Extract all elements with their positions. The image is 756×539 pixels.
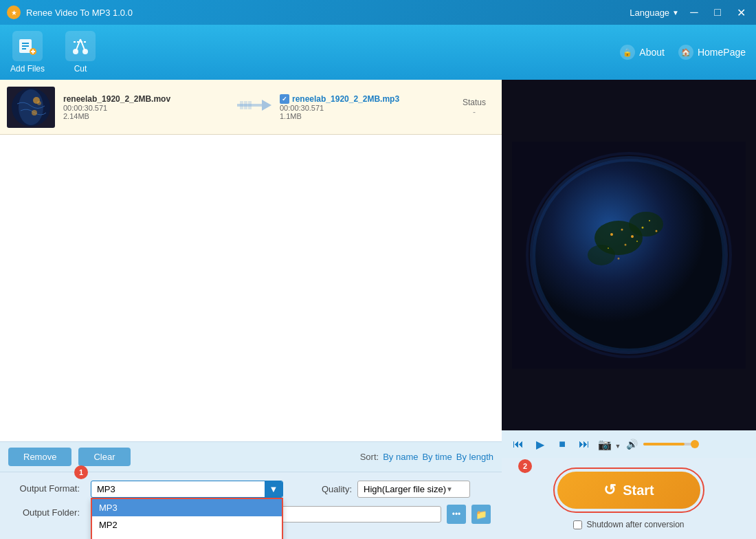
browse-button[interactable]: •••	[447, 505, 466, 524]
volume-slider[interactable]	[643, 443, 698, 446]
output-filesize: 1.1MB	[280, 112, 445, 120]
svg-point-32	[649, 220, 650, 221]
status-value: -	[454, 107, 495, 117]
about-button[interactable]: 🔒 About	[620, 45, 665, 60]
status-column: Status -	[454, 98, 495, 117]
cut-icon	[65, 31, 96, 61]
dots-icon: •••	[452, 509, 461, 519]
convert-arrow-icon	[237, 97, 271, 118]
sort-by-length-link[interactable]: By length	[456, 452, 493, 462]
skip-forward-button[interactable]: ⏭	[576, 436, 592, 452]
format-dropdown-list: MP3 MP2 M4A WMA AAC AC3 FLAC WAV	[91, 498, 283, 539]
homepage-button[interactable]: 🏠 HomePage	[678, 45, 746, 60]
skip-backward-button[interactable]: ⏮	[510, 436, 526, 452]
status-label: Status	[454, 98, 495, 107]
sort-label: Sort:	[360, 452, 379, 462]
svg-point-34	[608, 248, 609, 249]
about-label: About	[639, 47, 665, 58]
add-files-icon	[12, 31, 43, 61]
file-thumbnail	[7, 87, 55, 128]
cut-label: Cut	[74, 64, 87, 74]
start-button[interactable]: ↺ Start	[557, 472, 700, 509]
open-folder-button[interactable]: 📁	[471, 505, 491, 524]
camera-icon: 📷	[598, 439, 612, 450]
source-filesize: 2.14MB	[63, 112, 229, 120]
play-button[interactable]: ▶	[532, 436, 548, 452]
quality-dropdown-arrow: ▼	[446, 485, 453, 493]
maximize-button[interactable]: □	[709, 4, 726, 21]
svg-point-28	[610, 233, 613, 236]
left-panel: reneelab_1920_2_2MB.mov 00:00:30.571 2.1…	[0, 80, 502, 539]
source-duration: 00:00:30.571	[63, 104, 229, 112]
format-row: Output Format: MP3 ▼ MP3 MP2 M4A WMA AAC…	[11, 481, 491, 498]
right-panel: ⏮ ▶ ■ ⏭ 📷 ▼ 🔊 2 ↺ Start	[502, 80, 756, 539]
svg-point-35	[656, 230, 658, 232]
output-duration: 00:00:30.571	[280, 104, 445, 112]
svg-point-31	[642, 227, 644, 229]
add-files-label: Add Files	[10, 64, 45, 74]
svg-point-30	[631, 235, 634, 238]
svg-point-37	[618, 258, 620, 260]
svg-point-27	[588, 245, 615, 265]
refresh-icon: ↺	[603, 481, 616, 499]
remove-button[interactable]: Remove	[8, 448, 71, 466]
volume-handle	[691, 440, 699, 448]
start-button-border: ↺ Start	[553, 468, 704, 513]
home-icon: 🏠	[678, 45, 693, 60]
sort-by-name-link[interactable]: By name	[383, 452, 418, 462]
sort-area: Sort: By name By time By length	[360, 452, 493, 462]
clear-button[interactable]: Clear	[78, 448, 130, 466]
main-area: reneelab_1920_2_2MB.mov 00:00:30.571 2.1…	[0, 80, 756, 539]
file-list: reneelab_1920_2_2MB.mov 00:00:30.571 2.1…	[0, 80, 502, 441]
shutdown-checkbox[interactable]	[573, 520, 582, 529]
homepage-label: HomePage	[698, 47, 746, 58]
title-bar: ★ Renee Video To MP3 1.0.0 Language ▼ ─ …	[0, 0, 756, 25]
svg-point-26	[629, 212, 663, 236]
start-button-wrapper: 2 ↺ Start	[511, 468, 746, 513]
format-option-mp3[interactable]: MP3	[92, 499, 282, 516]
camera-dropdown-arrow: ▼	[614, 443, 621, 450]
about-icon: 🔒	[620, 45, 635, 60]
output-info: ✓ reneelab_1920_2_2MB.mp3 00:00:30.571 1…	[280, 94, 445, 120]
format-select-display[interactable]: MP3 ▼	[91, 481, 283, 498]
format-option-m4a[interactable]: M4A	[92, 534, 282, 539]
folder-label: Output Folder:	[11, 505, 80, 518]
svg-point-16	[32, 110, 37, 116]
toolbar-right: 🔒 About 🏠 HomePage	[620, 45, 746, 60]
quality-wrapper: Quality: High(Larger file size) ▼	[322, 481, 470, 498]
stop-button[interactable]: ■	[554, 436, 570, 452]
earth-preview	[512, 142, 746, 368]
format-option-mp2[interactable]: MP2	[92, 516, 282, 534]
step2-badge: 2	[518, 459, 532, 473]
video-preview	[502, 80, 756, 430]
title-left: ★ Renee Video To MP3 1.0.0	[7, 6, 133, 19]
svg-marker-18	[262, 100, 271, 111]
svg-rect-19	[240, 101, 243, 109]
svg-point-33	[625, 244, 627, 246]
svg-point-36	[636, 241, 638, 242]
language-dropdown-icon: ▼	[672, 9, 679, 16]
format-label: Output Format:	[11, 481, 80, 494]
volume-fill	[643, 443, 685, 446]
minimize-button[interactable]: ─	[686, 4, 702, 21]
toolbar: Add Files Cut 🔒 About 🏠 HomePage	[0, 25, 756, 80]
step1-badge: 1	[74, 465, 88, 479]
quality-selected-text: High(Larger file size)	[364, 484, 446, 494]
close-button[interactable]: ✕	[733, 4, 749, 21]
file-info: reneelab_1920_2_2MB.mov 00:00:30.571 2.1…	[63, 94, 229, 120]
start-label: Start	[623, 483, 654, 498]
sort-by-time-link[interactable]: By time	[422, 452, 452, 462]
output-settings: 1 Output Format: MP3 ▼ MP3 MP2 M4A WMA	[0, 472, 502, 539]
format-dropdown-arrow: ▼	[265, 481, 282, 497]
cut-button[interactable]: Cut	[65, 31, 96, 74]
right-bottom: 2 ↺ Start Shutdown after conversion	[502, 458, 756, 539]
folder-icon: 📁	[476, 509, 487, 520]
media-controls: ⏮ ▶ ■ ⏭ 📷 ▼ 🔊	[502, 430, 756, 458]
format-select-wrapper: MP3 ▼ MP3 MP2 M4A WMA AAC AC3 FLAC WAV	[91, 481, 283, 498]
add-files-button[interactable]: Add Files	[10, 31, 45, 74]
language-button[interactable]: Language ▼	[630, 8, 679, 18]
screenshot-button[interactable]: 📷 ▼	[598, 438, 621, 451]
svg-point-15	[37, 101, 41, 105]
quality-select[interactable]: High(Larger file size) ▼	[357, 481, 470, 498]
svg-point-29	[621, 229, 623, 231]
